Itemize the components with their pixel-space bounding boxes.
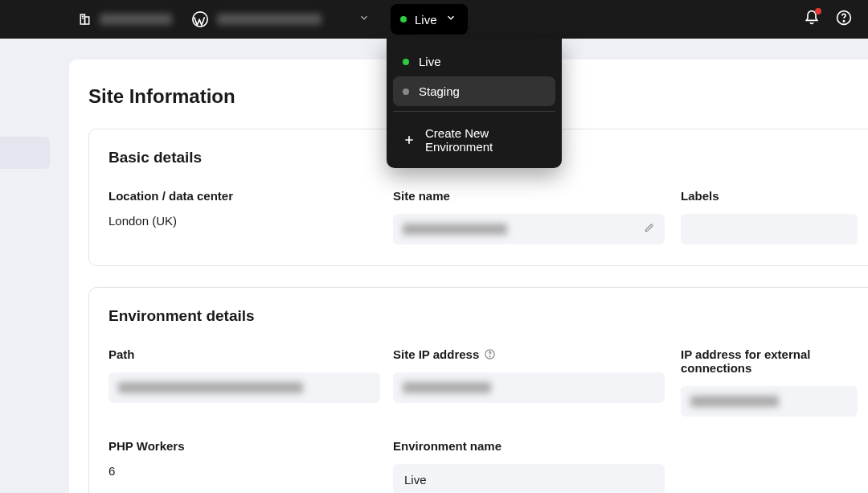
path-input[interactable] <box>108 372 380 403</box>
status-dot-green-icon <box>400 16 407 23</box>
envname-label: Environment name <box>393 439 681 453</box>
sidebar-active-item[interactable] <box>0 137 50 169</box>
pencil-icon[interactable] <box>644 222 655 236</box>
help-button[interactable] <box>836 10 852 29</box>
environment-option-label: Staging <box>419 84 460 98</box>
dropdown-separator <box>393 111 555 112</box>
environment-details-title: Environment details <box>108 307 864 325</box>
envname-value: Live <box>404 473 427 487</box>
chevron-down-icon <box>445 12 457 27</box>
status-dot-grey-icon <box>403 88 409 95</box>
topbar: Live <box>0 0 868 39</box>
extip-label: IP address for external connections <box>681 347 864 375</box>
siteip-value-redacted <box>403 382 491 393</box>
environment-option-live[interactable]: Live <box>393 47 555 76</box>
svg-rect-1 <box>85 17 89 24</box>
labels-input[interactable] <box>681 214 858 244</box>
labels-label: Labels <box>681 189 864 203</box>
workers-value: 6 <box>108 464 393 478</box>
location-label: Location / data center <box>108 189 393 203</box>
company-icon <box>79 12 93 27</box>
notifications-button[interactable] <box>804 10 820 29</box>
environment-current-label: Live <box>415 13 437 27</box>
siteip-label-text: Site IP address <box>393 347 479 361</box>
path-value-redacted <box>118 382 303 393</box>
environment-dropdown: Live Staging Create New Environment <box>387 39 562 168</box>
extip-value-redacted <box>690 396 779 407</box>
site-name-redacted <box>217 14 321 25</box>
wordpress-icon[interactable] <box>191 10 209 28</box>
siteip-label: Site IP address <box>393 347 681 361</box>
sitename-label: Site name <box>393 189 681 203</box>
environment-option-label: Live <box>419 55 441 68</box>
plus-icon <box>403 134 416 146</box>
siteip-input[interactable] <box>393 372 665 403</box>
environment-selector[interactable]: Live <box>391 4 468 35</box>
path-label: Path <box>108 347 393 361</box>
sitename-input[interactable] <box>393 214 665 244</box>
notification-badge-icon <box>815 8 821 14</box>
topbar-right <box>804 10 852 29</box>
workers-label: PHP Workers <box>108 439 393 453</box>
site-chevron-down-icon[interactable] <box>358 12 370 27</box>
location-value: London (UK) <box>108 214 393 228</box>
environment-details-card: Environment details Path Site IP address <box>88 287 868 493</box>
extip-input[interactable] <box>681 386 858 417</box>
sitename-value-redacted <box>403 224 507 235</box>
envname-input[interactable]: Live <box>393 464 665 493</box>
svg-point-8 <box>489 356 490 357</box>
create-environment-button[interactable]: Create New Environment <box>393 117 555 163</box>
create-environment-label: Create New Environment <box>425 126 546 154</box>
status-dot-green-icon <box>403 59 409 65</box>
help-circle-icon[interactable] <box>484 348 496 360</box>
company-name-redacted <box>100 14 172 25</box>
environment-option-staging[interactable]: Staging <box>393 76 555 106</box>
svg-point-6 <box>843 21 844 22</box>
